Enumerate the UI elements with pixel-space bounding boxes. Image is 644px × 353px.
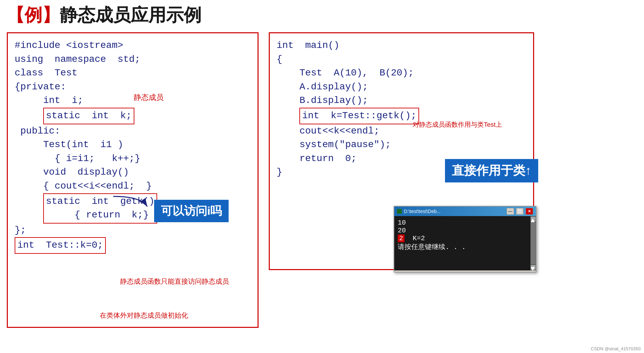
scrollbar-down[interactable]: ▼ [531, 265, 535, 270]
terminal-window: D:\test\test\Deb... — ⬜ ✕ 10 20 2 K=2 请按… [394, 206, 536, 272]
terminal-close-btn[interactable]: ✕ [526, 208, 533, 215]
scrollbar-up[interactable]: ▲ [531, 217, 535, 222]
watermark: CSDN @sinat_41570350 [591, 346, 641, 351]
terminal-icon [397, 209, 402, 214]
terminal-output-line-4: 请按任意键继续. . . [398, 242, 532, 251]
terminal-maximize-btn[interactable]: ⬜ [516, 208, 524, 215]
terminal-k-label: K=2 [413, 234, 425, 242]
page-title: 【例】 静态成员应用示例 [0, 0, 644, 31]
title-bracket: 【例】 [7, 3, 60, 27]
init-annotation: 在类体外对静态成员做初始化 [100, 311, 188, 320]
left-code-panel: #include <iostream> using namespace std;… [7, 32, 259, 328]
can-access-i-banner: 可以访问i吗 [154, 200, 229, 222]
static-member-annotation: 静态成员 [134, 92, 164, 103]
terminal-body: 10 20 2 K=2 请按任意键继续. . . ▲ ▼ [394, 216, 536, 270]
getk-box: int k=Test::getk(); [299, 108, 419, 124]
right-code-panel: int main() { Test A(10), B(20); A.displa… [269, 32, 534, 270]
terminal-output-line-2: 20 [398, 227, 532, 234]
on-class-annotation: 对静态成员函数作用与类Test上 [413, 120, 502, 129]
code-line-1: #include <iostream> using namespace std;… [15, 40, 157, 250]
static-func-annotation: 静态成员函数只能直接访问静态成员 [120, 277, 229, 286]
right-code-block: int main() { Test A(10), B(20); A.displa… [277, 39, 526, 179]
scrollbar-track [531, 222, 535, 264]
static-getk-box: static int getk() { return k;} [43, 193, 157, 224]
terminal-title: D:\test\test\Deb... [404, 209, 505, 214]
terminal-caption [394, 270, 536, 272]
static-init-box: int Test::k=0; [15, 237, 106, 254]
static-member-box: static int k; [43, 108, 134, 124]
terminal-output-line-3: 2 K=2 [398, 234, 532, 242]
content-area: #include <iostream> using namespace std;… [0, 32, 644, 328]
terminal-output-line-1: 10 [398, 219, 532, 227]
terminal-minimize-btn[interactable]: — [507, 208, 514, 215]
terminal-scrollbar[interactable]: ▲ ▼ [530, 216, 536, 270]
terminal-k-value: 2 [398, 234, 404, 242]
direct-on-class-banner: 直接作用于类↑ [445, 159, 538, 182]
title-text: 静态成员应用示例 [60, 3, 201, 27]
terminal-titlebar: D:\test\test\Deb... — ⬜ ✕ [394, 207, 536, 216]
